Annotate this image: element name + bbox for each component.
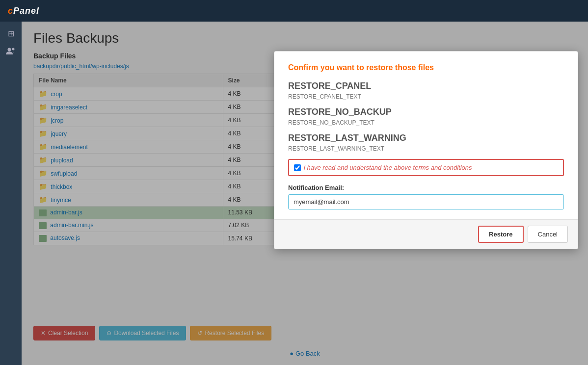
modal-overlay: Confirm you want to restore those files … bbox=[22, 22, 588, 365]
grid-icon[interactable]: ⊞ bbox=[4, 26, 18, 40]
topbar: cPanel bbox=[0, 0, 588, 22]
restore-last-warning-text: RESTORE_LAST_WARNING_TEXT bbox=[288, 145, 564, 152]
users-icon[interactable] bbox=[4, 44, 18, 58]
svg-point-1 bbox=[12, 48, 15, 51]
main-content: Files Backups Backup Files Downloads bac… bbox=[22, 22, 588, 365]
terms-label: i have read and understand the above ter… bbox=[304, 164, 472, 171]
notification-email-input[interactable] bbox=[288, 194, 564, 209]
restore-no-backup-text: RESTORE_NO_BACKUP_TEXT bbox=[288, 119, 564, 126]
notification-label: Notification Email: bbox=[288, 184, 564, 191]
restore-no-backup-title: RESTORE_NO_BACKUP bbox=[288, 107, 564, 117]
restore-button[interactable]: Restore bbox=[478, 226, 523, 243]
terms-row: i have read and understand the above ter… bbox=[288, 159, 564, 176]
terms-checkbox[interactable] bbox=[294, 164, 301, 171]
svg-point-0 bbox=[8, 48, 11, 52]
cancel-button[interactable]: Cancel bbox=[528, 226, 568, 243]
cpanel-logo: cPanel bbox=[8, 6, 39, 16]
modal-footer: Restore Cancel bbox=[274, 219, 578, 249]
restore-cpanel-title: RESTORE_CPANEL bbox=[288, 81, 564, 91]
sidebar: ⊞ bbox=[0, 22, 22, 365]
restore-modal: Confirm you want to restore those files … bbox=[274, 51, 578, 249]
restore-cpanel-text: RESTORE_CPANEL_TEXT bbox=[288, 93, 564, 100]
restore-last-warning-title: RESTORE_LAST_WARNING bbox=[288, 133, 564, 143]
modal-title: Confirm you want to restore those files bbox=[288, 63, 564, 72]
